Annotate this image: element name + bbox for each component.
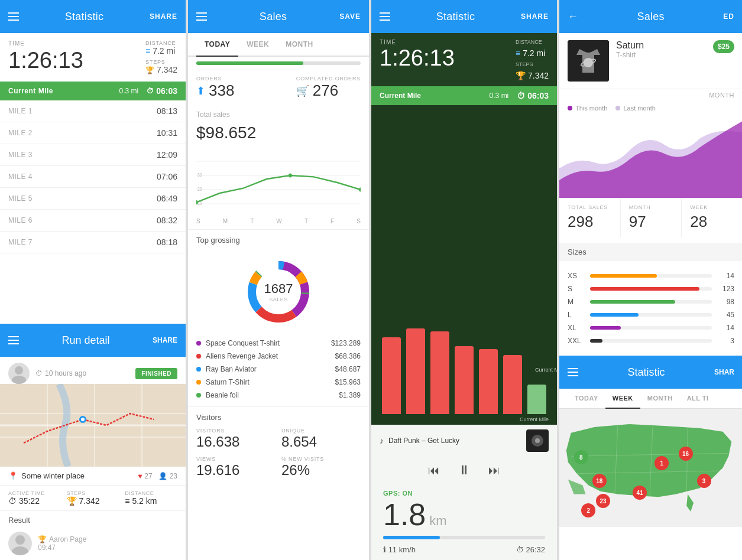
svg-point-11 [15,535,25,545]
mile-row: MILE 407:06 [0,166,186,188]
stat2-title: Statistic [627,366,665,379]
map-badge: 8 [574,450,588,464]
area-chart [559,115,742,198]
svg-point-1 [12,376,26,384]
time-value-1: 1:26:13 [8,48,83,73]
bar-chart-area: Current Mile Current Mile [371,105,557,425]
time2-stat: ⏱ 26:32 [516,545,545,554]
map-placeholder [0,384,186,467]
gps-section: GPS: ON 1.8 km ℹ 11 km/h ⏱ 26:32 [371,484,557,560]
followers-count: 👤 23 [158,472,177,480]
legend-item: Beanie foil $1.389 [196,389,361,402]
result-label: Result [0,511,186,527]
legend-dot [196,354,201,359]
save-action[interactable]: SAVE [339,12,361,21]
run-stats-row: ACTIVE TIME ⏱ 35:22 STEPS 🏆 7.342 DISTAN… [0,486,186,511]
edit-action[interactable]: ED [723,12,734,21]
trophy-time: 09:47 [38,543,86,552]
map-badge: 2 [581,503,595,517]
distance-value-1: ≡ 7.2 mi [145,46,176,56]
panel-statistic-3: Statistic SHARE TIME 1:26:13 DISTANCE ≡ … [371,0,557,560]
views-value: 19.616 [196,462,276,478]
gps-label: GPS: ON [383,490,545,497]
stat-map-header: Statistic SHAR [559,356,742,389]
product-type: T-shirt [616,51,706,59]
distance-label-1: DISTANCE [145,40,176,46]
sales-stats: ORDERS ⬆ 338 COMPLATED ORDERS 🛒 276 [188,70,369,106]
sales-tab-today[interactable]: TODAY [196,33,238,57]
panel-statistic-1: Statistic SHARE TIME 1:26:13 DISTANCE ≡ … [0,0,186,560]
unique-value: 8.654 [281,434,361,450]
visitors-count: 16.638 [196,434,276,450]
size-row: L 45 [568,311,734,319]
total-sales-value: 298 [568,213,612,231]
svg-point-0 [15,366,23,375]
top-grossing-label: Top grossing [188,230,369,247]
header-title-1: Statistic [65,11,104,23]
sales-tab-month[interactable]: MONTH [277,33,322,57]
share-action-1[interactable]: SHARE [150,12,177,21]
sales-metrics: TOTAL SALES 298 MONTH 97 WEEK 28 [559,198,742,237]
hamburger-stat2[interactable] [568,368,578,376]
chart-day: M [223,218,228,224]
hamburger-sales[interactable] [196,12,207,21]
stat-tab-month[interactable]: MONTH [640,389,680,409]
steps-value-1: 🏆 7.342 [145,65,177,74]
hamburger-3[interactable] [380,12,390,21]
month-value: 97 [629,213,673,231]
sizes-section: Sizes XS 14 S 123 M 98 L 45 XL 14 XXL [559,237,742,356]
sales-tabs: TODAYWEEKMONTH [188,33,369,57]
size-row: XXL 3 [568,337,734,345]
donut-chart: 1687 SALES [188,247,369,332]
result-person: 🏆 Aaron Page 09:47 [0,527,186,560]
sales-tab-week[interactable]: WEEK [238,33,277,57]
svg-point-10 [81,418,85,421]
run-share-action[interactable]: SHARE [153,336,177,344]
legend-dot [196,367,201,372]
completed-value: 276 [313,82,338,100]
current-mile-label-1: Current Mile [8,87,53,95]
orders-value: 338 [209,82,234,100]
back-icon[interactable]: ← [568,11,578,23]
stat-tab-today[interactable]: TODAY [568,389,605,409]
gps-unit: km [429,513,446,529]
run-avatar [8,363,30,384]
svg-point-22 [359,187,361,191]
legend-item: Saturn T-Shirt $15.963 [196,376,361,389]
current-mile-bar-1: Current Mile 0.3 mi ⏱ 06:03 [0,82,186,100]
chart-days: SMTWTFS [188,218,369,229]
music-controls: ⏮ ⏸ ⏭ [371,457,557,484]
svg-point-21 [289,173,292,177]
sales-title: Sales [260,11,287,23]
forward-icon[interactable]: ⏭ [488,464,500,477]
size-row: XS 14 [568,272,734,280]
person-avatar [8,532,32,555]
distance-metric: DISTANCE ≡ 7.2 mi [145,40,177,56]
time-label-1: TIME [8,40,83,47]
stat2-action[interactable]: SHAR [714,368,734,376]
mile-row: MILE 312:09 [0,144,186,166]
panel-sales: Sales SAVE TODAYWEEKMONTH ORDERS ⬆ 338 C… [186,0,371,560]
mile-row: MILE 608:32 [0,210,186,232]
stat-tab-week[interactable]: WEEK [605,389,640,409]
legend-item: Ray Ban Aviator $48.687 [196,363,361,376]
run-meta: ⏱ 10 hours ago FINISHED [0,357,186,384]
legend-dot [196,393,201,398]
rewind-icon[interactable]: ⏮ [428,464,440,477]
legend-item: Space Conquest T-shirt $123.289 [196,337,361,350]
stat-tab-all-ti[interactable]: ALL TI [680,389,716,409]
map-badge: 1 [654,456,669,470]
hamburger-run[interactable] [8,336,19,344]
legend-dot [196,341,201,346]
hamburger-icon[interactable] [8,12,19,21]
sales-progress [188,57,369,70]
mile-row: MILE 108:13 [0,100,186,122]
chart-day: W [276,218,281,224]
share-3[interactable]: SHARE [521,12,549,21]
music-title: Daft Punk – Get Lucky [384,437,526,445]
run-time-ago: ⏱ 10 hours ago [35,369,129,377]
pause-icon[interactable]: ⏸ [458,463,471,478]
music-thumb [526,429,549,452]
new-visits-value: 26% [281,462,361,478]
time-label-3: TIME [380,39,455,45]
